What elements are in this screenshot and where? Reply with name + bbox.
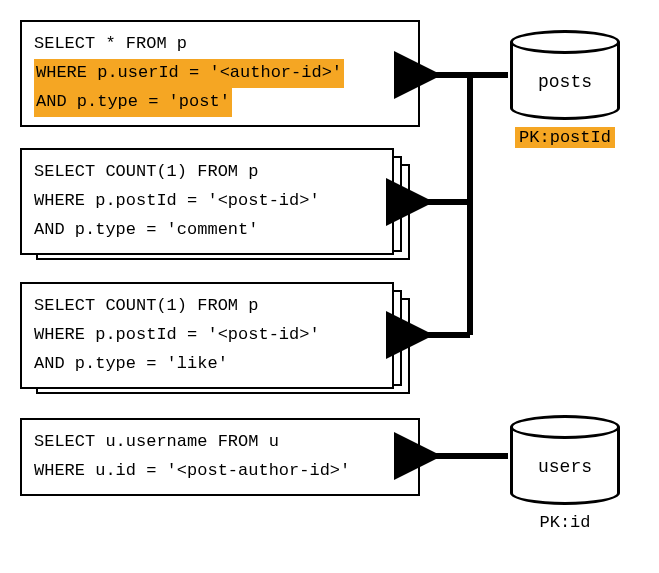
query-box-count-likes: SELECT COUNT(1) FROM p WHERE p.postId = … [20,282,394,389]
sql-line: AND p.type = 'comment' [34,216,380,245]
database-users: users PK:id [510,415,620,532]
sql-line: WHERE u.id = '<post-author-id>' [34,457,406,486]
database-cylinder-icon: posts [510,30,620,120]
query-box-count-comments: SELECT COUNT(1) FROM p WHERE p.postId = … [20,148,394,255]
sql-line: SELECT COUNT(1) FROM p [34,292,380,321]
highlight-where: WHERE p.userId = '<author-id>' [34,59,344,88]
sql-line: AND p.type = 'post' [34,88,406,117]
pk-label: PK:postId [510,128,620,147]
database-posts: posts PK:postId [510,30,620,147]
sql-line: AND p.type = 'like' [34,350,380,379]
query-stack-likes: SELECT COUNT(1) FROM p WHERE p.postId = … [20,282,410,394]
query-box-username: SELECT u.username FROM u WHERE u.id = '<… [20,418,420,496]
sql-line: WHERE p.postId = '<post-id>' [34,321,380,350]
query-stack-comments: SELECT COUNT(1) FROM p WHERE p.postId = … [20,148,410,260]
diagram-container: SELECT * FROM p WHERE p.userId = '<autho… [20,20,639,553]
pk-highlight: PK:postId [515,127,615,148]
sql-line: WHERE p.userId = '<author-id>' [34,59,406,88]
database-label: users [510,457,620,477]
highlight-and: AND p.type = 'post' [34,88,232,117]
database-cylinder-icon: users [510,415,620,505]
query-box-select-posts: SELECT * FROM p WHERE p.userId = '<autho… [20,20,420,127]
database-label: posts [510,72,620,92]
sql-line: WHERE p.postId = '<post-id>' [34,187,380,216]
sql-line: SELECT * FROM p [34,30,406,59]
sql-line: SELECT COUNT(1) FROM p [34,158,380,187]
pk-label: PK:id [510,513,620,532]
sql-line: SELECT u.username FROM u [34,428,406,457]
